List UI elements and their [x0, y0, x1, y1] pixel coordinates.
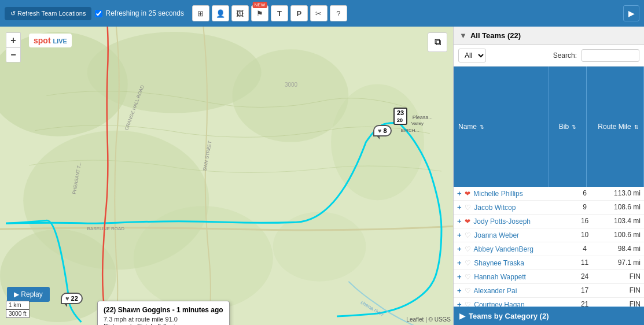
- question-icon-btn[interactable]: ?: [330, 5, 347, 21]
- col-mile[interactable]: Route Mile ⇅: [587, 67, 644, 187]
- name-cell: + ♡ Abbey VandenBerg: [454, 242, 574, 256]
- mile-cell: FIN: [595, 269, 644, 283]
- map-svg: 3000 ORANGE HALL ROAD PHEASANT T... SWN …: [0, 27, 453, 325]
- name-cell: + ❤ Michelle Phillips: [454, 187, 574, 201]
- table-row: + ♡ Hannah Wappett 24 FIN: [454, 269, 644, 283]
- name-cell: + ❤ Jody Potts-Joseph: [454, 214, 574, 228]
- zoom-controls: + −: [6, 32, 21, 62]
- plus-button[interactable]: +: [457, 258, 462, 267]
- bib-cell: 17: [574, 283, 595, 297]
- scissors-icon-btn[interactable]: ✂: [310, 5, 327, 21]
- svg-text:Pleasa...: Pleasa...: [413, 115, 433, 120]
- svg-text:3000: 3000: [285, 82, 298, 88]
- refresh-button[interactable]: ↺ Refresh Team Locations: [5, 7, 91, 20]
- mile-cell: FIN: [595, 297, 644, 306]
- tracker-popup: (22) Shawn Goggins - 1 minutes ago 7.3 m…: [97, 301, 230, 325]
- mile-cell: 100.6 mi: [595, 228, 644, 242]
- table-row: + ❤ Michelle Phillips 6 113.0 mi: [454, 187, 644, 201]
- team-name-link[interactable]: Abbey VandenBerg: [474, 245, 533, 253]
- popup-title: (22) Shawn Goggins - 1 minutes ago: [104, 306, 223, 314]
- filter-select[interactable]: All: [458, 49, 486, 62]
- heart-icon[interactable]: ♡: [465, 259, 471, 267]
- group-collapse-icon: ▶: [459, 312, 465, 320]
- table-row: + ♡ Courtney Hagan 21 FIN: [454, 297, 644, 306]
- heart-icon[interactable]: ♡: [465, 301, 471, 307]
- svg-text:Valley: Valley: [411, 121, 424, 126]
- main-content: 3000 ORANGE HALL ROAD PHEASANT T... SWN …: [0, 27, 644, 325]
- refresh-checkbox[interactable]: [95, 10, 102, 17]
- bib-cell: 4: [574, 242, 595, 256]
- heart-icon[interactable]: ♡: [465, 273, 471, 281]
- name-cell: + ♡ Courtney Hagan: [454, 297, 574, 306]
- heart-icon[interactable]: ❤: [465, 190, 470, 198]
- svg-text:BASELINE ROAD: BASELINE ROAD: [87, 226, 125, 231]
- search-input[interactable]: [582, 49, 639, 62]
- replay-button[interactable]: ▶ Replay: [7, 287, 50, 302]
- team-name-link[interactable]: Michelle Phillips: [473, 190, 522, 198]
- map-container[interactable]: 3000 ORANGE HALL ROAD PHEASANT T... SWN …: [0, 27, 453, 325]
- svg-point-3: [233, 49, 349, 142]
- plus-button[interactable]: +: [457, 245, 462, 253]
- plus-button[interactable]: +: [457, 286, 462, 295]
- refresh-check: Refreshing in 25 seconds: [95, 9, 183, 17]
- table-wrapper[interactable]: + ❤ Michelle Phillips 6 113.0 mi + ♡ Jac…: [454, 187, 644, 307]
- grid-icon-btn[interactable]: ⊞: [192, 5, 209, 21]
- plus-button[interactable]: +: [457, 300, 462, 307]
- plus-button[interactable]: +: [457, 189, 462, 198]
- layers-button[interactable]: ⧉: [428, 32, 447, 52]
- T-icon-btn[interactable]: T: [271, 5, 288, 21]
- name-cell: + ♡ Jacob Witcop: [454, 200, 574, 214]
- col-bib[interactable]: Bib ⇅: [549, 67, 587, 187]
- heart-icon[interactable]: ♡: [465, 231, 471, 239]
- panel-collapse-icon[interactable]: ▼: [459, 31, 467, 40]
- team-name-link[interactable]: Alexander Pai: [474, 287, 517, 295]
- marker-22[interactable]: ♥22: [61, 293, 83, 304]
- marker-8[interactable]: ♥8: [373, 125, 392, 136]
- team-name-link[interactable]: Courtney Hagan: [474, 301, 524, 307]
- panel-title: All Teams (22): [470, 31, 521, 40]
- heart-icon[interactable]: ♡: [465, 245, 471, 253]
- table-row: + ♡ Joanna Weber 10 100.6 mi: [454, 228, 644, 242]
- plus-button[interactable]: +: [457, 217, 462, 226]
- mile-cell: 113.0 mi: [595, 187, 644, 201]
- marker-23[interactable]: 23 20: [393, 108, 407, 125]
- svg-text:BIRCH...: BIRCH...: [401, 128, 419, 133]
- image-icon-btn[interactable]: 🖼: [231, 5, 249, 21]
- live-text: LIVE: [53, 38, 67, 45]
- team-name-link[interactable]: Hannah Wappett: [474, 273, 526, 281]
- col-name[interactable]: Name ⇅: [454, 67, 549, 187]
- bib-cell: 24: [574, 269, 595, 283]
- plus-button[interactable]: +: [457, 231, 462, 239]
- bib-cell: 9: [574, 200, 595, 214]
- bib-cell: 16: [574, 214, 595, 228]
- bib-cell: 21: [574, 297, 595, 306]
- plus-button[interactable]: +: [457, 272, 462, 281]
- flag-icon-wrapper: ⚑ NEW: [251, 5, 268, 21]
- arrow-button[interactable]: ▶: [623, 5, 639, 21]
- name-cell: + ♡ Hannah Wappett: [454, 269, 574, 283]
- mile-cell: 97.1 mi: [595, 256, 644, 269]
- panel-header: ▼ All Teams (22): [454, 27, 644, 45]
- name-cell: + ♡ Alexander Pai: [454, 283, 574, 297]
- group-row[interactable]: ▶ Teams by Category (2): [454, 306, 644, 325]
- mile-cell: 103.4 mi: [595, 214, 644, 228]
- table-row: + ❤ Jody Potts-Joseph 16 103.4 mi: [454, 214, 644, 228]
- team-name-link[interactable]: Jody Potts-Joseph: [473, 217, 531, 226]
- P-icon-btn[interactable]: P: [290, 5, 308, 21]
- zoom-in-button[interactable]: +: [6, 32, 21, 47]
- bib-cell: 6: [574, 187, 595, 201]
- plus-button[interactable]: +: [457, 203, 462, 212]
- heart-icon[interactable]: ♡: [465, 204, 471, 212]
- team-name-link[interactable]: Joanna Weber: [474, 231, 519, 239]
- new-badge: NEW: [253, 2, 267, 8]
- person-icon-btn[interactable]: 👤: [212, 5, 229, 21]
- map-attribution: Leaflet | © USGS: [406, 316, 451, 323]
- team-name-link[interactable]: Shaynee Traska: [474, 259, 524, 267]
- table-row: + ♡ Abbey VandenBerg 4 98.4 mi: [454, 242, 644, 256]
- teams-table: Name ⇅ Bib ⇅ Route Mile ⇅: [454, 67, 644, 187]
- mile-cell: FIN: [595, 283, 644, 297]
- team-name-link[interactable]: Jacob Witcop: [474, 204, 516, 212]
- zoom-out-button[interactable]: −: [6, 47, 21, 62]
- heart-icon[interactable]: ♡: [465, 287, 471, 295]
- heart-icon[interactable]: ❤: [465, 217, 470, 226]
